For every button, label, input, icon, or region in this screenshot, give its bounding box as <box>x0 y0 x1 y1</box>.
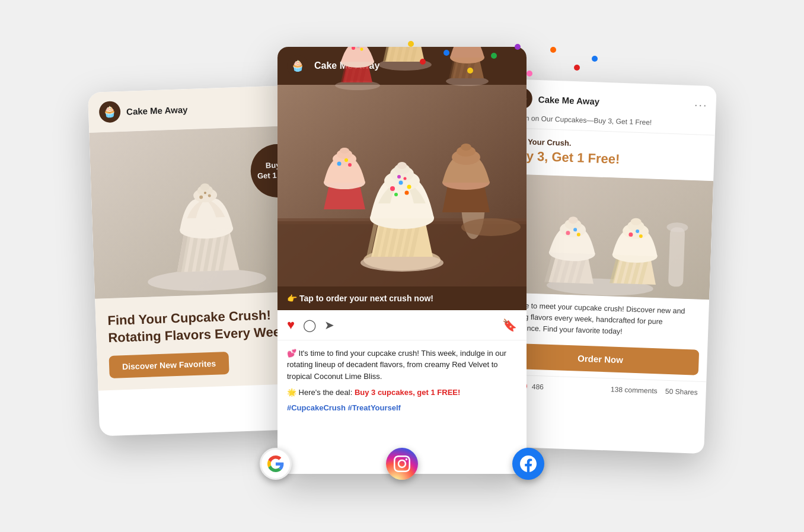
instagram-badge <box>386 448 418 480</box>
fb-shares-count: 50 Shares <box>665 387 698 396</box>
svg-point-46 <box>407 184 411 189</box>
three-dots-icon[interactable]: ··· <box>694 97 708 112</box>
sprinkle-7 <box>550 47 556 53</box>
svg-point-47 <box>394 193 398 196</box>
insta-cta-text: 👉 Tap to order your next crush now! <box>287 294 433 303</box>
caption-deal: 🌟 Here's the deal: Buy 3 cupcakes, get 1… <box>287 387 517 399</box>
flying-cupcakes <box>313 47 491 94</box>
insta-logo-avatar: 🧁 <box>287 55 308 77</box>
fb-comments-count: 138 comments <box>611 385 658 395</box>
svg-point-56 <box>344 158 348 162</box>
discover-button[interactable]: Discover New Favorites <box>109 352 229 378</box>
sprinkle-9 <box>592 56 598 62</box>
instagram-icon <box>394 455 410 472</box>
center-card: 🧁 Cake Me Away <box>277 47 527 474</box>
svg-point-45 <box>399 180 403 184</box>
svg-point-49 <box>397 175 401 179</box>
insta-cta-bar: 👉 Tap to order your next crush now! <box>277 286 527 310</box>
svg-point-48 <box>405 190 409 195</box>
fb-likes-count: 486 <box>532 382 544 391</box>
share-icon[interactable]: ➤ <box>324 318 334 332</box>
svg-point-55 <box>337 161 342 165</box>
insta-actions: ♥ ◯ ➤ 🔖 <box>277 310 527 340</box>
google-icon <box>267 455 284 472</box>
sprinkle-2 <box>444 50 449 56</box>
hashtags: #CupcakeCrush #TreatYourself <box>287 402 517 414</box>
fb-cupcake-svg <box>496 174 713 300</box>
left-logo-avatar: 🧁 <box>99 101 121 123</box>
fb-brand-name: Cake Me Away <box>538 94 599 106</box>
caption-line1: 💕 It's time to find your cupcake crush! … <box>287 348 517 383</box>
sprinkle-10 <box>408 41 414 47</box>
order-now-button[interactable]: Order Now <box>502 342 699 375</box>
svg-point-44 <box>390 186 395 191</box>
sprinkle-4 <box>491 53 497 59</box>
fb-promo-section: Find Your Crush. Buy 3, Get 1 Free! <box>500 128 714 181</box>
sprinkle-6 <box>527 71 532 77</box>
bookmark-icon[interactable]: 🔖 <box>502 318 517 332</box>
heart-icon[interactable]: ♥ <box>287 317 295 333</box>
sprinkle-5 <box>515 44 521 50</box>
fb-image <box>496 174 713 300</box>
insta-caption: 💕 It's time to find your cupcake crush! … <box>277 340 527 421</box>
main-scene: 🧁 Cake Me Away <box>76 35 728 498</box>
comment-icon[interactable]: ◯ <box>303 318 316 332</box>
svg-point-54 <box>340 148 349 154</box>
svg-point-50 <box>404 177 407 180</box>
svg-point-57 <box>348 163 352 167</box>
facebook-icon <box>520 455 537 472</box>
insta-left-actions: ♥ ◯ ➤ <box>287 317 334 333</box>
svg-point-15 <box>360 47 363 50</box>
sprinkle-3 <box>467 68 473 74</box>
insta-cupcakes-svg <box>277 85 527 286</box>
svg-point-61 <box>461 144 471 151</box>
google-badge <box>260 448 292 480</box>
fb-engagement-stats: 138 comments 50 Shares <box>611 385 698 396</box>
svg-rect-78 <box>668 227 685 287</box>
svg-point-36 <box>461 218 521 236</box>
hashtag-text: #CupcakeCrush #TreatYourself <box>287 403 401 412</box>
facebook-badge <box>512 448 544 480</box>
flying-cupcakes-svg <box>313 47 491 94</box>
sprinkle-1 <box>420 59 426 65</box>
sprinkle-8 <box>574 65 580 71</box>
svg-point-43 <box>397 162 407 169</box>
deal-text: Buy 3 cupcakes, get 1 FREE! <box>355 388 460 397</box>
insta-image <box>277 85 527 286</box>
left-brand-name: Cake Me Away <box>126 104 188 116</box>
